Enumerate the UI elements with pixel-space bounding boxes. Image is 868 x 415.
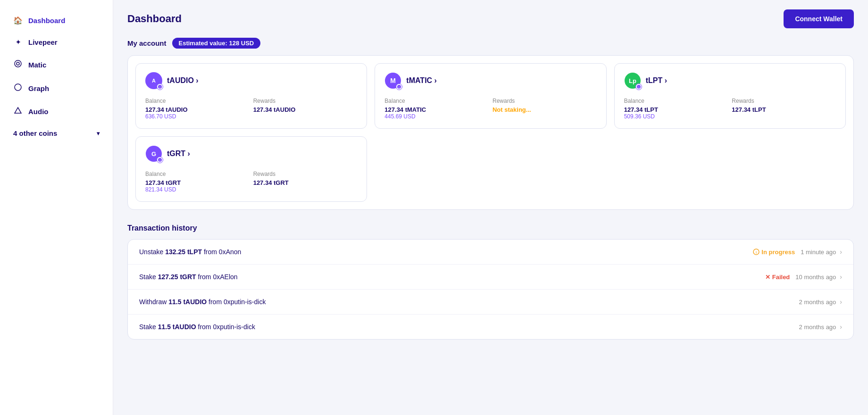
chevron-down-icon: ▾	[97, 130, 100, 137]
tmatic-balance-usd: 445.69 USD	[384, 113, 489, 120]
svg-text:⬡: ⬡	[398, 86, 400, 89]
tx-text-2: Stake 127.25 tGRT from 0xAElon	[139, 273, 238, 281]
connect-wallet-button[interactable]: Connect Wallet	[784, 9, 854, 28]
sidebar-item-other-coins[interactable]: 4 other coins ▾	[0, 123, 113, 144]
sidebar-item-label: Graph	[28, 84, 49, 92]
tmatic-balance-label: Balance	[384, 98, 489, 104]
header: Dashboard Connect Wallet	[127, 9, 854, 28]
svg-marker-3	[15, 108, 21, 113]
coin-card-tlpt[interactable]: Lp ⬡ tLPT › Balance 127.34 tLPT 509.36 U…	[614, 63, 846, 129]
coin-card-tmatic[interactable]: M ⬡ tMATIC › Balance 127.34 tMATIC 445.6…	[375, 63, 606, 129]
sidebar-item-dashboard[interactable]: 🏠 Dashboard	[0, 9, 113, 32]
tgrt-name: tGRT ›	[167, 149, 190, 158]
matic-icon	[13, 59, 23, 70]
tmatic-name: tMATIC ›	[406, 76, 437, 85]
home-icon: 🏠	[13, 16, 23, 25]
tx-row-unstake-tlpt[interactable]: Unstake 132.25 tLPT from 0xAnon ! In pro…	[128, 240, 853, 265]
tlpt-icon: Lp ⬡	[624, 72, 641, 89]
sidebar-item-graph[interactable]: Graph	[0, 76, 113, 100]
my-account-header: My account Estimated value: 128 USD	[127, 38, 854, 49]
main-content: Dashboard Connect Wallet My account Esti…	[113, 0, 868, 415]
sidebar-item-matic[interactable]: Matic	[0, 53, 113, 76]
tx-text-1: Unstake 132.25 tLPT from 0xAnon	[139, 248, 241, 256]
tlpt-balance-usd: 509.36 USD	[624, 113, 728, 120]
tx-time-1: 1 minute ago	[801, 249, 836, 256]
sidebar-item-livepeer[interactable]: ✦ Livepeer	[0, 32, 113, 53]
taudio-balance-usd: 636.70 USD	[145, 113, 250, 120]
svg-point-2	[15, 84, 21, 91]
other-coins-label: 4 other coins	[13, 129, 57, 137]
svg-point-0	[15, 60, 21, 67]
tlpt-rewards-amount: 127.34 tLPT	[732, 106, 836, 113]
sidebar: 🏠 Dashboard ✦ Livepeer Matic Graph Audio…	[0, 0, 113, 415]
taudio-name: tAUDIO ›	[167, 76, 199, 85]
tx-time-4: 2 months ago	[799, 324, 836, 331]
tx-status-in-progress: ! In progress	[753, 249, 795, 256]
estimated-value-badge: Estimated value: 128 USD	[172, 38, 261, 49]
svg-text:A: A	[152, 78, 156, 83]
tlpt-name: tLPT ›	[646, 76, 667, 85]
tlpt-balance-label: Balance	[624, 98, 728, 104]
page-title: Dashboard	[127, 13, 182, 25]
taudio-icon: A ⬡	[145, 72, 162, 89]
tgrt-rewards-label: Rewards	[253, 171, 358, 177]
tx-text-3: Withdraw 11.5 tAUDIO from 0xputin-is-dic…	[139, 298, 266, 306]
tx-row-stake-tgrt[interactable]: Stake 127.25 tGRT from 0xAElon ✕ Failed …	[128, 265, 853, 290]
svg-text:⬡: ⬡	[638, 86, 640, 89]
sidebar-item-label: Dashboard	[28, 17, 65, 25]
tgrt-balance-label: Balance	[145, 171, 250, 177]
tmatic-rewards-label: Rewards	[492, 98, 597, 104]
sidebar-item-audio[interactable]: Audio	[0, 100, 113, 123]
svg-text:⬡: ⬡	[159, 86, 161, 89]
tx-row-stake-taudio[interactable]: Stake 11.5 tAUDIO from 0xputin-is-dick 2…	[128, 315, 853, 339]
sidebar-item-label: Livepeer	[28, 38, 58, 46]
taudio-balance-amount: 127.34 tAUDIO	[145, 106, 250, 113]
tlpt-balance-amount: 127.34 tLPT	[624, 106, 728, 113]
tgrt-balance-amount: 127.34 tGRT	[145, 179, 250, 186]
graph-icon	[13, 83, 23, 93]
svg-text:⬡: ⬡	[159, 159, 161, 162]
tgrt-icon: G ⬡	[145, 145, 162, 162]
coin-card-taudio[interactable]: A ⬡ tAUDIO › Balance 127.34 tAUDIO 636.7…	[135, 63, 367, 129]
svg-point-1	[17, 62, 19, 65]
tgrt-rewards-amount: 127.34 tGRT	[253, 179, 358, 186]
taudio-balance-label: Balance	[145, 98, 250, 104]
tx-time-2: 10 months ago	[795, 274, 836, 281]
tlpt-rewards-label: Rewards	[732, 98, 836, 104]
svg-text:M: M	[390, 77, 396, 84]
svg-text:!: !	[756, 250, 757, 255]
audio-icon	[13, 107, 23, 116]
tx-status-failed: ✕ Failed	[765, 274, 790, 281]
taudio-rewards-amount: 127.34 tAUDIO	[253, 106, 358, 113]
tx-history-label: Transaction history	[127, 224, 854, 232]
svg-text:Lp: Lp	[629, 77, 636, 84]
tx-history-container: Unstake 132.25 tLPT from 0xAnon ! In pro…	[127, 239, 854, 340]
sidebar-item-label: Matic	[28, 61, 46, 69]
tx-text-4: Stake 11.5 tAUDIO from 0xputin-is-dick	[139, 323, 255, 331]
svg-text:G: G	[151, 150, 156, 158]
my-account-label: My account	[127, 39, 167, 47]
sidebar-item-label: Audio	[28, 108, 49, 116]
tx-row-withdraw-taudio[interactable]: Withdraw 11.5 tAUDIO from 0xputin-is-dic…	[128, 290, 853, 315]
tx-chevron-2: ›	[840, 273, 842, 281]
tgrt-balance-usd: 821.34 USD	[145, 186, 250, 193]
coins-grid: A ⬡ tAUDIO › Balance 127.34 tAUDIO 636.7…	[127, 55, 854, 210]
tx-chevron-3: ›	[840, 298, 842, 306]
tmatic-balance-amount: 127.34 tMATIC	[384, 106, 489, 113]
coin-card-tgrt[interactable]: G ⬡ tGRT › Balance 127.34 tGRT 821.34 US…	[135, 136, 367, 202]
tmatic-not-staking: Not staking...	[492, 106, 597, 113]
taudio-rewards-label: Rewards	[253, 98, 358, 104]
livepeer-icon: ✦	[13, 39, 23, 46]
tmatic-icon: M ⬡	[384, 72, 401, 89]
tx-chevron-1: ›	[840, 248, 842, 256]
tx-chevron-4: ›	[840, 323, 842, 331]
tx-time-3: 2 months ago	[799, 299, 836, 306]
